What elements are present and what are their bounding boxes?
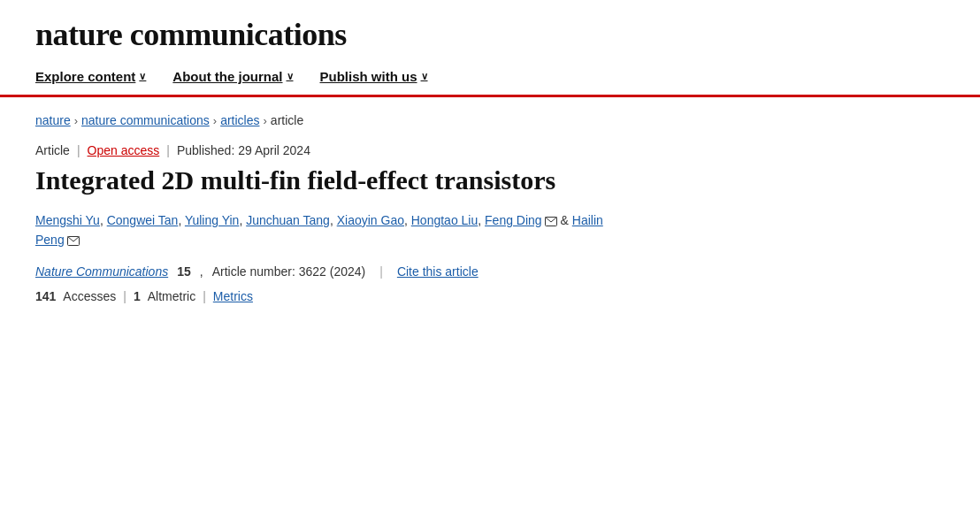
nav-about-journal[interactable]: About the journal ∨ bbox=[172, 69, 293, 84]
nav-explore-content[interactable]: Explore content ∨ bbox=[35, 69, 146, 84]
altmetric-count: 1 bbox=[134, 289, 141, 303]
breadcrumb-current: article bbox=[271, 113, 303, 127]
author-feng-ding[interactable]: Feng Ding bbox=[485, 213, 542, 227]
chevron-down-icon: ∨ bbox=[139, 71, 146, 82]
article-title: Integrated 2D multi-fin field-effect tra… bbox=[35, 164, 945, 196]
author-xiaoyin-gao[interactable]: Xiaoyin Gao bbox=[337, 213, 404, 227]
cite-article-link[interactable]: Cite this article bbox=[397, 264, 479, 279]
main-nav: Explore content ∨ About the journal ∨ Pu… bbox=[35, 69, 945, 95]
accesses-count: 141 bbox=[35, 289, 56, 303]
email-icon bbox=[545, 217, 557, 226]
metrics-bar: 141 Accesses | 1 Altmetric | Metrics bbox=[35, 289, 945, 303]
article-number-text: Article number: 3622 (2024) bbox=[212, 264, 366, 279]
breadcrumb-separator: › bbox=[74, 114, 78, 127]
article-meta: Article | Open access | Published: 29 Ap… bbox=[35, 143, 945, 157]
site-header: nature communications Explore content ∨ … bbox=[0, 0, 980, 95]
pipe-divider: | bbox=[77, 143, 80, 157]
breadcrumb-articles[interactable]: articles bbox=[220, 113, 259, 127]
journal-name-link[interactable]: Nature Communications bbox=[35, 264, 168, 279]
breadcrumb-separator: › bbox=[264, 114, 267, 127]
open-access-link[interactable]: Open access bbox=[88, 143, 160, 157]
author-junchuan-tang[interactable]: Junchuan Tang bbox=[246, 213, 330, 227]
authors-list: Mengshi Yu, Congwei Tan, Yuling Yin, Jun… bbox=[35, 210, 945, 250]
breadcrumb-separator: › bbox=[213, 114, 217, 127]
metrics-link[interactable]: Metrics bbox=[213, 289, 253, 303]
breadcrumb-nature[interactable]: nature bbox=[35, 113, 71, 127]
pipe-divider: | bbox=[166, 143, 170, 157]
pipe-divider: | bbox=[203, 289, 206, 303]
author-congwei-tan[interactable]: Congwei Tan bbox=[107, 213, 179, 227]
pipe-divider: | bbox=[123, 289, 126, 303]
journal-info: Nature Communications 15, Article number… bbox=[35, 264, 945, 279]
author-hongtao-liu[interactable]: Hongtao Liu bbox=[411, 213, 479, 227]
journal-volume: 15 bbox=[177, 264, 191, 279]
chevron-down-icon: ∨ bbox=[287, 71, 294, 82]
chevron-down-icon: ∨ bbox=[421, 71, 428, 82]
altmetric-label: Altmetric bbox=[148, 289, 195, 303]
author-yuling-yin[interactable]: Yuling Yin bbox=[185, 213, 240, 227]
author-mengshi-yu[interactable]: Mengshi Yu bbox=[35, 213, 100, 227]
accesses-label: Accesses bbox=[63, 289, 116, 303]
pipe-divider: | bbox=[379, 264, 383, 279]
breadcrumb: nature › nature communications › article… bbox=[35, 113, 945, 127]
breadcrumb-nature-communications[interactable]: nature communications bbox=[81, 113, 210, 127]
article-type: Article bbox=[35, 143, 70, 157]
site-title: nature communications bbox=[35, 16, 945, 53]
nav-publish-with-us[interactable]: Publish with us ∨ bbox=[320, 69, 428, 84]
published-info: Published: 29 April 2024 bbox=[177, 143, 310, 157]
article-content: nature › nature communications › article… bbox=[0, 97, 980, 321]
email-icon bbox=[67, 236, 80, 246]
